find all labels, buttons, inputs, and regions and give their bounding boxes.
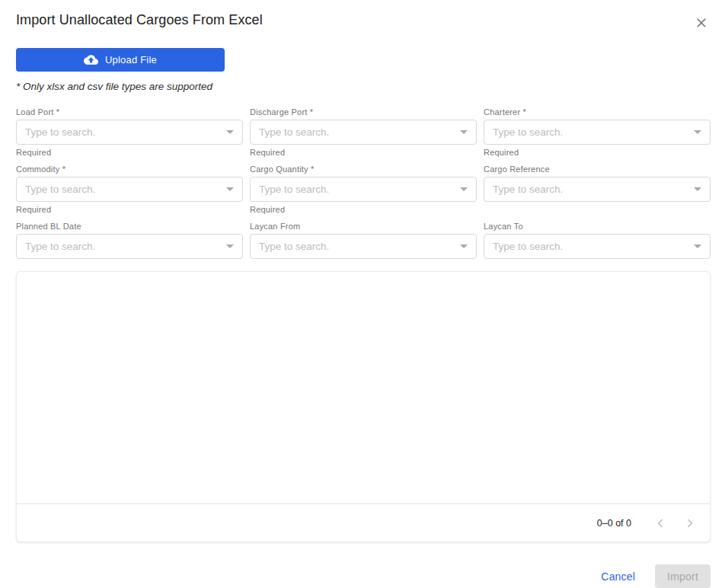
required-helper: Required bbox=[16, 205, 243, 214]
chevron-down-icon[interactable] bbox=[694, 244, 701, 248]
chevron-left-icon bbox=[652, 515, 669, 532]
cargo-reference-label: Cargo Reference bbox=[484, 165, 711, 174]
chevron-down-icon[interactable] bbox=[460, 244, 468, 248]
chevron-down-icon[interactable] bbox=[226, 130, 234, 134]
chevron-down-icon[interactable] bbox=[694, 187, 701, 191]
pagination-range: 0–0 of 0 bbox=[597, 518, 631, 529]
upload-file-button[interactable]: Upload File bbox=[16, 48, 225, 72]
close-icon bbox=[694, 15, 709, 30]
laycan-from-label: Laycan From bbox=[250, 222, 477, 231]
charterer-select[interactable] bbox=[484, 120, 711, 145]
chevron-down-icon[interactable] bbox=[460, 187, 468, 191]
next-page-button[interactable] bbox=[681, 514, 699, 532]
required-helper: Required bbox=[250, 205, 477, 214]
planned-bl-date-label: Planned BL Date bbox=[16, 222, 243, 231]
commodity-input[interactable] bbox=[16, 177, 243, 202]
laycan-to-label: Laycan To bbox=[484, 222, 711, 231]
chevron-right-icon bbox=[682, 515, 698, 532]
cargo-reference-select[interactable] bbox=[484, 177, 711, 202]
discharge-port-select[interactable] bbox=[250, 120, 477, 145]
import-cargoes-dialog: Import Unallocated Cargoes From Excel Up… bbox=[0, 0, 725, 588]
preview-table-empty-body bbox=[17, 272, 710, 503]
dialog-actions: Cancel Import bbox=[16, 564, 711, 588]
cancel-button[interactable]: Cancel bbox=[599, 566, 637, 587]
field-laycan-to: Laycan To bbox=[484, 222, 711, 259]
required-helper: Required bbox=[250, 148, 477, 157]
commodity-label: Commodity * bbox=[16, 165, 243, 174]
dialog-header: Import Unallocated Cargoes From Excel bbox=[16, 11, 711, 32]
laycan-from-input[interactable] bbox=[250, 234, 477, 259]
field-discharge-port: Discharge Port * Required bbox=[250, 107, 477, 157]
laycan-to-select[interactable] bbox=[484, 234, 711, 259]
planned-bl-date-select[interactable] bbox=[16, 234, 243, 259]
charterer-label: Charterer * bbox=[484, 107, 711, 117]
field-commodity: Commodity * Required bbox=[16, 165, 243, 214]
preview-table-panel: 0–0 of 0 bbox=[16, 271, 711, 542]
chevron-down-icon[interactable] bbox=[460, 130, 468, 134]
cargo-form: Load Port * Required Discharge Port * Re… bbox=[16, 107, 711, 259]
chevron-down-icon[interactable] bbox=[226, 244, 234, 248]
upload-file-label: Upload File bbox=[105, 54, 157, 66]
laycan-from-select[interactable] bbox=[250, 234, 477, 259]
table-pagination-bar: 0–0 of 0 bbox=[17, 503, 710, 542]
field-load-port: Load Port * Required bbox=[16, 107, 243, 157]
discharge-port-label: Discharge Port * bbox=[250, 107, 477, 117]
laycan-to-input[interactable] bbox=[484, 234, 711, 259]
cloud-upload-icon bbox=[84, 53, 98, 67]
field-planned-bl-date: Planned BL Date bbox=[16, 222, 243, 259]
field-charterer: Charterer * Required bbox=[484, 107, 711, 157]
cargo-quantity-input[interactable] bbox=[250, 177, 477, 202]
helper-spacer bbox=[484, 205, 711, 214]
field-cargo-quantity: Cargo Quantity * Required bbox=[250, 165, 477, 214]
chevron-down-icon[interactable] bbox=[226, 187, 234, 191]
discharge-port-input[interactable] bbox=[250, 120, 477, 145]
load-port-select[interactable] bbox=[16, 120, 243, 145]
close-button[interactable] bbox=[692, 14, 711, 32]
file-type-note: * Only xlsx and csv file types are suppo… bbox=[16, 81, 711, 92]
planned-bl-date-input[interactable] bbox=[16, 234, 243, 259]
cargo-quantity-select[interactable] bbox=[250, 177, 477, 202]
required-helper: Required bbox=[16, 148, 243, 157]
chevron-down-icon[interactable] bbox=[694, 130, 701, 134]
commodity-select[interactable] bbox=[16, 177, 243, 202]
previous-page-button[interactable] bbox=[651, 514, 669, 532]
dialog-title: Import Unallocated Cargoes From Excel bbox=[16, 11, 263, 28]
load-port-input[interactable] bbox=[16, 120, 243, 145]
charterer-input[interactable] bbox=[484, 120, 711, 145]
import-button[interactable]: Import bbox=[655, 564, 711, 588]
cargo-quantity-label: Cargo Quantity * bbox=[250, 165, 477, 174]
cargo-reference-input[interactable] bbox=[484, 177, 711, 202]
field-cargo-reference: Cargo Reference bbox=[484, 165, 711, 214]
required-helper: Required bbox=[484, 148, 711, 157]
field-laycan-from: Laycan From bbox=[250, 222, 477, 259]
load-port-label: Load Port * bbox=[16, 107, 243, 117]
